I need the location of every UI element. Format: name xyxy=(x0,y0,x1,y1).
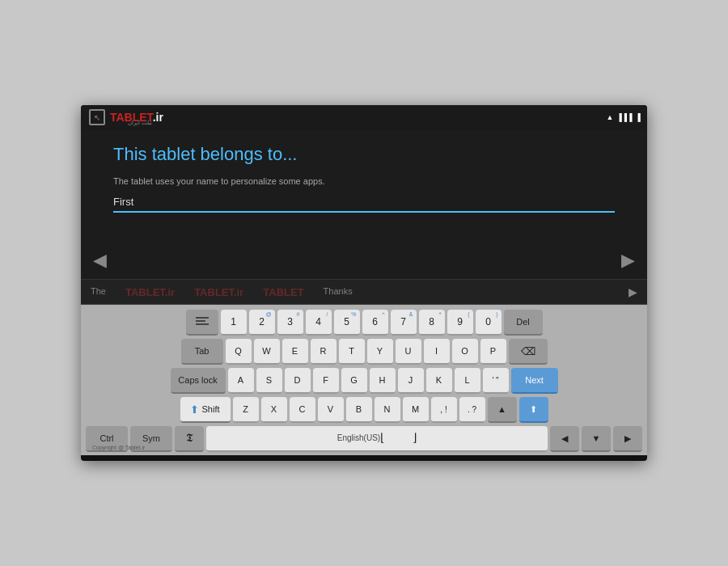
shift-icon: ⬆ xyxy=(190,403,199,416)
key-p[interactable]: P xyxy=(480,339,506,365)
key-period[interactable]: . ? xyxy=(459,397,485,423)
up-blue-key[interactable]: ⬆ xyxy=(519,397,548,423)
key-s[interactable]: S xyxy=(256,368,282,394)
del-key[interactable]: Del xyxy=(504,310,543,336)
next-key[interactable]: Next xyxy=(511,368,558,394)
key-k[interactable]: K xyxy=(426,368,452,394)
key-j[interactable]: J xyxy=(398,368,424,394)
up-arrow-key[interactable]: ▲ xyxy=(488,397,517,423)
key-x[interactable]: X xyxy=(261,397,287,423)
key-o[interactable]: O xyxy=(452,339,478,365)
kb-row-numbers: 1 2@ 3# 4/ 5% 6^ 7& 8* 9( 0) Del xyxy=(86,310,642,336)
keyboard-icon-key[interactable] xyxy=(186,310,218,336)
first-name-input[interactable] xyxy=(113,196,615,213)
key-e[interactable]: E xyxy=(282,339,308,365)
logo-ir: .ir xyxy=(153,111,163,124)
main-title: This tablet belongs to... xyxy=(113,144,615,165)
key-q[interactable]: Q xyxy=(226,339,252,365)
backspace-icon: ⌫ xyxy=(521,345,535,357)
copyright-text: Copyright @ Tablet.ir xyxy=(92,445,145,450)
key-6[interactable]: 6^ xyxy=(362,310,388,336)
key-u[interactable]: U xyxy=(396,339,421,365)
watermark-bar: The TABLET.ir TABLET.ir TABLET Thanks ▶ xyxy=(81,279,647,305)
logo-subtitle: تبلت ایران xyxy=(128,120,152,126)
key-z[interactable]: Z xyxy=(233,397,259,423)
battery-icon: ▐ xyxy=(636,113,641,121)
key-l[interactable]: L xyxy=(455,368,480,394)
key-9[interactable]: 9( xyxy=(447,310,473,336)
kb-row-bottom: Ctrl Sym 𝕿 English(US) ⌊ ⌋ ◀ ▼ ▶ Copyrig… xyxy=(86,426,642,452)
signal-icon: ▐▐▐ xyxy=(616,113,632,121)
key-h[interactable]: H xyxy=(370,368,396,394)
nav-arrows: ◀ ▶ xyxy=(81,250,647,271)
wm-nav-arrow[interactable]: ▶ xyxy=(629,285,637,298)
tab-key[interactable]: Tab xyxy=(181,339,223,365)
right-arrow-key[interactable]: ▶ xyxy=(613,426,642,452)
forward-arrow[interactable]: ▶ xyxy=(621,250,635,271)
logo-icon[interactable] xyxy=(89,109,105,125)
kb-row-asdf: Caps lock A S D F G H J K L ' " Next xyxy=(86,368,642,394)
space-underline: ⌊ ⌋ xyxy=(380,433,417,442)
key-2[interactable]: 2@ xyxy=(249,310,275,336)
key-comma[interactable]: , ! xyxy=(431,397,457,423)
key-b[interactable]: B xyxy=(346,397,372,423)
svg-rect-0 xyxy=(196,317,209,319)
key-7[interactable]: 7& xyxy=(391,310,417,336)
content-area: This tablet belongs to... The tablet use… xyxy=(81,129,647,279)
status-icons: ▲ ▐▐▐ ▐ xyxy=(607,113,641,121)
caps-lock-key[interactable]: Caps lock xyxy=(171,368,226,394)
wm-item4: TABLET xyxy=(263,286,303,298)
key-3[interactable]: 3# xyxy=(277,310,303,336)
keyboard: 1 2@ 3# 4/ 5% 6^ 7& 8* 9( 0) Del Tab Q W… xyxy=(81,305,647,455)
svg-rect-1 xyxy=(196,320,205,322)
top-bar: TABLET.ir تبلت ایران ▲ ▐▐▐ ▐ xyxy=(81,105,647,129)
back-arrow[interactable]: ◀ xyxy=(93,250,107,271)
key-g[interactable]: G xyxy=(341,368,367,394)
device-frame: TABLET.ir تبلت ایران ▲ ▐▐▐ ▐ This tablet… xyxy=(81,105,647,461)
key-v[interactable]: V xyxy=(318,397,344,423)
wifi-icon: ▲ xyxy=(607,113,614,121)
key-y[interactable]: Y xyxy=(367,339,393,365)
key-n[interactable]: N xyxy=(375,397,400,423)
key-8[interactable]: 8* xyxy=(419,310,445,336)
lang-label: English(US) xyxy=(337,433,380,443)
key-t[interactable]: T xyxy=(339,339,365,365)
key-5[interactable]: 5% xyxy=(334,310,360,336)
space-key[interactable]: English(US) ⌊ ⌋ xyxy=(206,426,548,452)
key-d[interactable]: D xyxy=(285,368,311,394)
watermark-items: The TABLET.ir TABLET.ir TABLET Thanks xyxy=(91,286,353,298)
key-m[interactable]: M xyxy=(403,397,429,423)
backspace-key[interactable]: ⌫ xyxy=(509,339,548,365)
text-format-key[interactable]: 𝕿 xyxy=(175,426,204,452)
key-w[interactable]: W xyxy=(254,339,280,365)
wm-item5: Thanks xyxy=(324,286,353,298)
key-c[interactable]: C xyxy=(290,397,315,423)
key-4[interactable]: 4/ xyxy=(306,310,332,336)
wm-item2: TABLET.ir xyxy=(125,286,175,298)
left-arrow-key[interactable]: ◀ xyxy=(550,426,579,452)
key-0[interactable]: 0) xyxy=(476,310,502,336)
key-i[interactable]: I xyxy=(424,339,450,365)
down-arrow-key[interactable]: ▼ xyxy=(582,426,611,452)
key-quote[interactable]: ' " xyxy=(483,368,509,394)
kb-row-zxcv: ⬆ Shift Z X C V B N M , ! . ? ▲ ⬆ xyxy=(86,397,642,423)
logo-area: TABLET.ir xyxy=(89,109,163,125)
key-r[interactable]: R xyxy=(311,339,336,365)
key-1[interactable]: 1 xyxy=(221,310,247,336)
shift-key[interactable]: ⬆ Shift xyxy=(180,397,231,423)
wm-item3: TABLET.ir xyxy=(194,286,243,298)
key-a[interactable]: A xyxy=(228,368,254,394)
svg-rect-2 xyxy=(196,323,209,325)
kb-row-qwerty: Tab Q W E R T Y U I O P ⌫ xyxy=(86,339,642,365)
key-f[interactable]: F xyxy=(313,368,339,394)
subtitle: The tablet uses your name to personalize… xyxy=(113,176,615,186)
wm-item1: The xyxy=(91,286,106,298)
